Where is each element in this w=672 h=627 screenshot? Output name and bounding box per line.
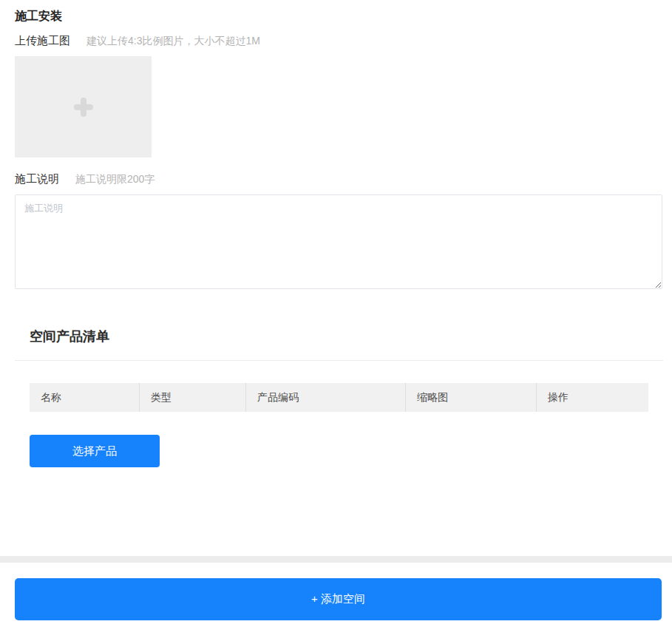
description-hint: 施工说明限200字 [75, 173, 155, 186]
section-divider [15, 360, 663, 361]
upload-label: 上传施工图 [15, 34, 70, 48]
product-list-title: 空间产品清单 [30, 328, 109, 345]
construction-description-textarea[interactable] [15, 194, 662, 289]
upload-hint: 建议上传4:3比例图片，大小不超过1M [86, 35, 260, 48]
description-label-row: 施工说明 施工说明限200字 [15, 172, 155, 186]
upload-label-row: 上传施工图 建议上传4:3比例图片，大小不超过1M [15, 34, 260, 48]
footer-separator-bar [0, 556, 672, 563]
section-title: 施工安装 [15, 9, 62, 24]
column-header-actions: 操作 [536, 383, 648, 412]
column-header-name: 名称 [30, 383, 139, 412]
plus-icon [74, 98, 93, 117]
product-table-header: 名称 类型 产品编码 缩略图 操作 [30, 383, 648, 412]
column-header-product-code: 产品编码 [245, 383, 405, 412]
column-header-thumbnail: 缩略图 [405, 383, 536, 412]
construction-install-page: 施工安装 上传施工图 建议上传4:3比例图片，大小不超过1M 施工说明 施工说明… [0, 0, 672, 627]
upload-construction-image-dropzone[interactable] [15, 56, 152, 157]
description-label: 施工说明 [15, 172, 59, 186]
select-product-button[interactable]: 选择产品 [30, 435, 160, 467]
column-header-type: 类型 [139, 383, 245, 412]
add-space-button[interactable]: + 添加空间 [15, 578, 662, 620]
